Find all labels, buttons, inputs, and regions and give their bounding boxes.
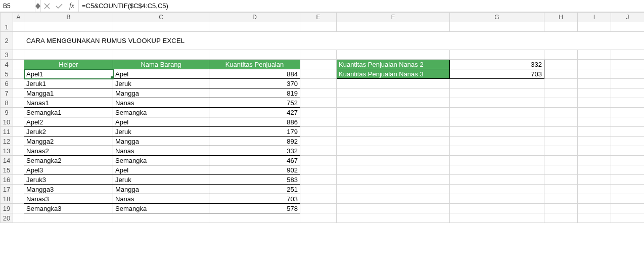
cell-E4[interactable] [300,60,337,69]
cell-G10[interactable] [450,117,544,127]
table1-qty-11[interactable]: 583 [209,175,300,185]
lookup-label-0[interactable]: Kuantitas Penjualan Nanas 2 [337,60,450,69]
cell-F7[interactable] [337,88,450,98]
cell-F17[interactable] [337,185,450,194]
cell-I11[interactable] [578,127,611,137]
row-header-11[interactable]: 11 [1,127,13,137]
row-header-5[interactable]: 5 [1,69,13,79]
cell-J11[interactable] [611,127,645,137]
cell-J18[interactable] [611,194,645,204]
cell-J8[interactable] [611,98,645,108]
row-header-15[interactable]: 15 [1,165,13,175]
table1-qty-3[interactable]: 752 [209,98,300,108]
table1-helper-14[interactable]: Semangka3 [24,204,113,213]
row-header-7[interactable]: 7 [1,88,13,98]
cell-F9[interactable] [337,108,450,117]
cell-A6[interactable] [13,79,24,88]
cell-A15[interactable] [13,165,24,175]
cell-H6[interactable] [544,79,578,88]
cell-A17[interactable] [13,185,24,194]
row-header-20[interactable]: 20 [1,213,13,223]
table1-nama-4[interactable]: Semangka [113,108,209,117]
table1-nama-11[interactable]: Jeruk [113,175,209,185]
row-header-8[interactable]: 8 [1,98,13,108]
cell-F1[interactable] [337,22,450,32]
cell-E10[interactable] [300,117,337,127]
col-header-J[interactable]: J [611,13,645,22]
table1-helper-12[interactable]: Mangga3 [24,185,113,194]
table1-nama-5[interactable]: Apel [113,117,209,127]
col-header-A[interactable]: A [13,13,24,22]
cell-I19[interactable] [578,204,611,213]
table1-helper-3[interactable]: Nanas1 [24,98,113,108]
table1-helper-8[interactable]: Nanas2 [24,146,113,156]
cell-H9[interactable] [544,108,578,117]
row-header-4[interactable]: 4 [1,60,13,69]
cell-G11[interactable] [450,127,544,137]
cell-A4[interactable] [13,60,24,69]
cell-E15[interactable] [300,165,337,175]
cell-C20[interactable] [113,213,209,223]
col-header-B[interactable]: B [24,13,113,22]
cell-H8[interactable] [544,98,578,108]
cancel-formula-button[interactable] [41,0,53,12]
row-header-2[interactable]: 2 [1,32,13,50]
cell-E7[interactable] [300,88,337,98]
table1-qty-9[interactable]: 467 [209,156,300,165]
cell-G17[interactable] [450,185,544,194]
cell-G18[interactable] [450,194,544,204]
table1-qty-7[interactable]: 892 [209,137,300,146]
cell-F10[interactable] [337,117,450,127]
cell-B20[interactable] [24,213,113,223]
cell-J4[interactable] [611,60,645,69]
cell-J19[interactable] [611,204,645,213]
cell-A12[interactable] [13,137,24,146]
table1-nama-8[interactable]: Nanas [113,146,209,156]
row-header-14[interactable]: 14 [1,156,13,165]
cell-E19[interactable] [300,204,337,213]
cell-I8[interactable] [578,98,611,108]
cell-F3[interactable] [337,50,450,60]
table1-helper-11[interactable]: Jeruk3 [24,175,113,185]
cell-B3[interactable] [24,50,113,60]
table1-nama-3[interactable]: Nanas [113,98,209,108]
table1-nama-0[interactable]: Apel [113,69,209,79]
table1-qty-14[interactable]: 578 [209,204,300,213]
cell-G14[interactable] [450,156,544,165]
cell-F20[interactable] [337,213,450,223]
table1-helper-7[interactable]: Mangga2 [24,137,113,146]
col-header-I[interactable]: I [578,13,611,22]
cell-F8[interactable] [337,98,450,108]
cell-J1[interactable] [611,22,645,32]
cell-J10[interactable] [611,117,645,127]
cell-E9[interactable] [300,108,337,117]
table1-qty-4[interactable]: 427 [209,108,300,117]
cell-H4[interactable] [544,60,578,69]
cell-H18[interactable] [544,194,578,204]
cell-H1[interactable] [544,22,578,32]
row-header-6[interactable]: 6 [1,79,13,88]
cell-I20[interactable] [578,213,611,223]
cell-H12[interactable] [544,137,578,146]
cell-A11[interactable] [13,127,24,137]
cell-E18[interactable] [300,194,337,204]
cell-G8[interactable] [450,98,544,108]
cell-G16[interactable] [450,175,544,185]
table1-nama-1[interactable]: Jeruk [113,79,209,88]
table1-nama-10[interactable]: Apel [113,165,209,175]
row-header-9[interactable]: 9 [1,108,13,117]
cell-A13[interactable] [13,146,24,156]
row-header-18[interactable]: 18 [1,194,13,204]
cell-F12[interactable] [337,137,450,146]
cell-H5[interactable] [544,69,578,79]
confirm-formula-button[interactable] [53,0,65,12]
cell-I13[interactable] [578,146,611,156]
table1-qty-5[interactable]: 886 [209,117,300,127]
table1-nama-12[interactable]: Mangga [113,185,209,194]
cell-J15[interactable] [611,165,645,175]
table1-nama-7[interactable]: Mangga [113,137,209,146]
col-header-H[interactable]: H [544,13,578,22]
cell-A16[interactable] [13,175,24,185]
cell-A18[interactable] [13,194,24,204]
cell-G7[interactable] [450,88,544,98]
